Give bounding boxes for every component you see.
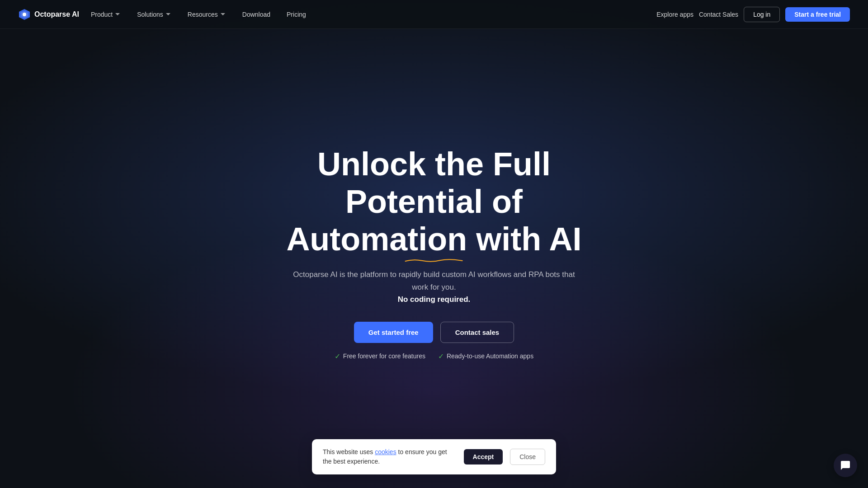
hero-subtitle-strong: No coding required. — [398, 295, 471, 304]
navbar: Octoparse AI Product Solutions Resources… — [0, 0, 868, 29]
chevron-down-icon — [114, 11, 121, 18]
logo-icon — [18, 8, 31, 21]
start-trial-button[interactable]: Start a free trial — [785, 7, 850, 22]
nav-right: Explore apps Contact Sales Log in Start … — [656, 7, 850, 22]
brand-name: Octoparse AI — [34, 10, 79, 19]
chevron-down-icon — [220, 11, 226, 18]
nav-left: Octoparse AI Product Solutions Resources… — [18, 0, 314, 29]
feature-1-label: Free forever for core features — [343, 352, 425, 360]
hero-title-line2: Automation with AI — [286, 221, 581, 258]
contact-sales-button[interactable]: Contact sales — [440, 322, 514, 343]
svg-point-2 — [23, 13, 26, 16]
contact-sales-link[interactable]: Contact Sales — [699, 11, 738, 18]
hero-feature-1: ✓ Free forever for core features — [335, 352, 425, 361]
cookie-text: This website uses cookies to ensure you … — [323, 447, 457, 466]
logo-link[interactable]: Octoparse AI — [18, 8, 79, 21]
cookie-link[interactable]: cookies — [375, 448, 396, 455]
cookie-banner: This website uses cookies to ensure you … — [312, 439, 556, 474]
nav-product[interactable]: Product — [83, 0, 129, 29]
hero-subtitle: Octoparse AI is the platform to rapidly … — [289, 268, 579, 305]
hero-section: Unlock the Full Potential of Automation … — [0, 0, 868, 488]
feature-2-label: Ready-to-use Automation apps — [447, 352, 533, 360]
underline-wave-icon — [286, 258, 581, 262]
hero-features: ✓ Free forever for core features ✓ Ready… — [335, 352, 533, 361]
explore-apps-link[interactable]: Explore apps — [656, 11, 693, 18]
chat-widget[interactable] — [834, 454, 857, 477]
nav-solutions[interactable]: Solutions — [129, 0, 179, 29]
get-started-button[interactable]: Get started free — [354, 322, 433, 343]
hero-feature-2: ✓ Ready-to-use Automation apps — [438, 352, 533, 361]
login-button[interactable]: Log in — [744, 7, 780, 22]
cookie-close-button[interactable]: Close — [510, 449, 545, 465]
hero-buttons: Get started free Contact sales — [354, 322, 514, 343]
nav-pricing[interactable]: Pricing — [278, 0, 314, 29]
nav-links: Product Solutions Resources Download Pri… — [83, 0, 314, 29]
cookie-accept-button[interactable]: Accept — [464, 449, 503, 465]
chat-icon — [840, 460, 851, 471]
nav-download[interactable]: Download — [234, 0, 278, 29]
chevron-down-icon — [165, 11, 171, 18]
check-icon-2: ✓ — [438, 352, 444, 361]
nav-resources[interactable]: Resources — [179, 0, 234, 29]
hero-title: Unlock the Full Potential of Automation … — [253, 145, 615, 258]
check-icon-1: ✓ — [335, 352, 340, 361]
hero-title-line1: Unlock the Full Potential of — [317, 146, 551, 220]
